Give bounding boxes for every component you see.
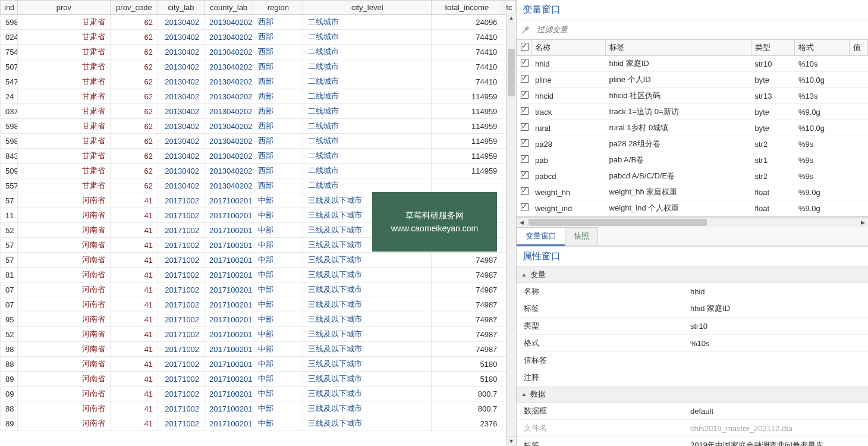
scroll-thumb[interactable] — [508, 49, 515, 96]
cell-prov-code[interactable]: 62 — [110, 15, 158, 30]
cell-ind[interactable]: 24 — [1, 89, 18, 104]
cell-region[interactable]: 西部 — [253, 119, 303, 134]
cell-county-lab[interactable]: 2013040202 — [205, 178, 253, 193]
cell-prov[interactable]: 甘肃省 — [17, 104, 110, 119]
cell-ind[interactable]: 598 — [1, 119, 18, 134]
cell-city-lab[interactable]: 20171002 — [158, 208, 205, 223]
cell-prov-code[interactable]: 41 — [110, 372, 158, 387]
cell-prov[interactable]: 河南省 — [17, 357, 110, 372]
cell-total-income[interactable]: 74410 — [432, 74, 502, 89]
cell-county-lab[interactable]: 2013040202 — [205, 45, 253, 59]
cell-total-income[interactable]: 5180 — [432, 372, 502, 387]
cell-ind[interactable]: 754 — [1, 45, 18, 59]
cell-total-income[interactable]: 2376 — [432, 416, 502, 431]
var-check-cell[interactable] — [517, 168, 532, 184]
col-header-county-lab[interactable]: county_lab — [205, 1, 253, 15]
cell-region[interactable]: 中部 — [253, 297, 303, 312]
col-header-city-level[interactable]: city_level — [303, 1, 432, 15]
cell-prov[interactable]: 河南省 — [17, 253, 110, 268]
cell-county-lab[interactable]: 2013040202 — [205, 74, 253, 89]
cell-prov[interactable]: 甘肃省 — [17, 149, 110, 164]
var-type-cell[interactable]: byte — [751, 72, 794, 88]
data-row[interactable]: 509甘肃省62201304022013040202西部二线城市114959 — [1, 164, 516, 178]
var-name-cell[interactable]: pabcd — [532, 168, 606, 184]
col-header-prov[interactable]: prov — [17, 1, 110, 15]
var-value-cell[interactable] — [850, 72, 868, 88]
variable-row[interactable]: ruralrural 1乡村 0城镇byte%10.0g — [517, 120, 868, 136]
cell-ind[interactable]: 843 — [1, 149, 18, 164]
cell-city-lab[interactable]: 20171002 — [158, 193, 205, 208]
cell-prov[interactable]: 河南省 — [17, 401, 110, 416]
cell-city-lab[interactable]: 20130402 — [158, 15, 205, 30]
cell-city-level[interactable]: 三线及以下城市 — [303, 387, 432, 401]
var-check-cell[interactable] — [517, 184, 532, 200]
var-header-label[interactable]: 标签 — [606, 40, 751, 56]
cell-county-lab[interactable]: 2017100201 — [205, 208, 253, 223]
cell-prov[interactable]: 甘肃省 — [17, 164, 110, 178]
wrench-icon[interactable] — [520, 24, 531, 35]
var-label-cell[interactable]: weight_ind 个人权重 — [606, 200, 751, 216]
scroll-down-icon[interactable]: ▼ — [507, 436, 516, 446]
cell-city-lab[interactable]: 20130402 — [158, 178, 205, 193]
cell-city-lab[interactable]: 20130402 — [158, 164, 205, 178]
data-row[interactable]: 09河南省41201710022017100201中部三线及以下城市800.7 — [1, 387, 516, 401]
cell-city-level[interactable]: 二线城市 — [303, 59, 432, 74]
var-check-cell[interactable] — [517, 104, 532, 120]
cell-ind[interactable]: 07 — [1, 282, 18, 297]
data-row[interactable]: 57河南省41201710022017100201中部三线及以下城市74987 — [1, 253, 516, 268]
cell-prov[interactable]: 河南省 — [17, 312, 110, 327]
cell-ind[interactable]: 509 — [1, 164, 18, 178]
property-value[interactable]: %10s — [683, 335, 868, 352]
cell-prov-code[interactable]: 62 — [110, 134, 158, 149]
var-name-cell[interactable]: hhcid — [532, 88, 606, 104]
cell-prov[interactable]: 河南省 — [17, 372, 110, 387]
cell-total-income[interactable]: 114959 — [432, 134, 502, 149]
cell-county-lab[interactable]: 2013040202 — [205, 164, 253, 178]
cell-prov-code[interactable]: 41 — [110, 357, 158, 372]
cell-city-lab[interactable]: 20130402 — [158, 119, 205, 134]
cell-prov[interactable]: 甘肃省 — [17, 45, 110, 59]
cell-total-income[interactable]: 74410 — [432, 30, 502, 45]
data-row[interactable]: 81河南省41201710022017100201中部三线及以下城市74987 — [1, 268, 516, 282]
scroll-right-icon[interactable]: ▶ — [858, 218, 868, 227]
cell-ind[interactable]: 57 — [1, 238, 18, 253]
cell-city-lab[interactable]: 20171002 — [158, 357, 205, 372]
cell-total-income[interactable]: 114959 — [432, 149, 502, 164]
property-row[interactable]: 注释 — [517, 369, 868, 387]
cell-county-lab[interactable]: 2017100201 — [205, 372, 253, 387]
property-value[interactable]: str10 — [683, 318, 868, 335]
cell-prov-code[interactable]: 41 — [110, 208, 158, 223]
data-row[interactable]: 598甘肃省62201304022013040202西部二线城市114959 — [1, 119, 516, 134]
cell-county-lab[interactable]: 2013040202 — [205, 119, 253, 134]
data-row[interactable]: 95河南省41201710022017100201中部三线及以下城市74987 — [1, 312, 516, 327]
var-label-cell[interactable]: pline 个人ID — [606, 72, 751, 88]
cell-region[interactable]: 西部 — [253, 59, 303, 74]
cell-ind[interactable]: 95 — [1, 312, 18, 327]
cell-ind[interactable]: 598 — [1, 134, 18, 149]
data-row[interactable]: 07河南省41201710022017100201中部三线及以下城市74987 — [1, 282, 516, 297]
cell-region[interactable]: 西部 — [253, 164, 303, 178]
property-row[interactable]: 文件名chfs2019_master_202112.dta — [517, 420, 868, 437]
cell-region[interactable]: 中部 — [253, 401, 303, 416]
checkbox-icon[interactable] — [521, 91, 529, 99]
var-type-cell[interactable]: byte — [751, 120, 794, 136]
property-value[interactable]: hhid 家庭ID — [683, 300, 868, 318]
var-name-cell[interactable]: pab — [532, 152, 606, 168]
var-value-cell[interactable] — [850, 184, 868, 200]
cell-region[interactable]: 西部 — [253, 89, 303, 104]
data-row[interactable]: 89河南省41201710022017100201中部三线及以下城市5180 — [1, 372, 516, 387]
cell-city-lab[interactable]: 20171002 — [158, 312, 205, 327]
cell-ind[interactable]: 52 — [1, 223, 18, 238]
cell-region[interactable]: 中部 — [253, 327, 303, 342]
col-header-ind[interactable]: ind — [1, 1, 18, 15]
cell-region[interactable]: 中部 — [253, 208, 303, 223]
cell-prov-code[interactable]: 62 — [110, 45, 158, 59]
var-type-cell[interactable]: byte — [751, 104, 794, 120]
col-header-prov-code[interactable]: prov_code — [110, 1, 158, 15]
data-row[interactable]: 557甘肃省62201304022013040202西部二线城市 — [1, 178, 516, 193]
cell-county-lab[interactable]: 2013040202 — [205, 30, 253, 45]
cell-prov-code[interactable]: 62 — [110, 149, 158, 164]
cell-region[interactable]: 中部 — [253, 342, 303, 357]
var-check-cell[interactable] — [517, 136, 532, 152]
cell-city-level[interactable]: 三线及以下城市 — [303, 282, 432, 297]
